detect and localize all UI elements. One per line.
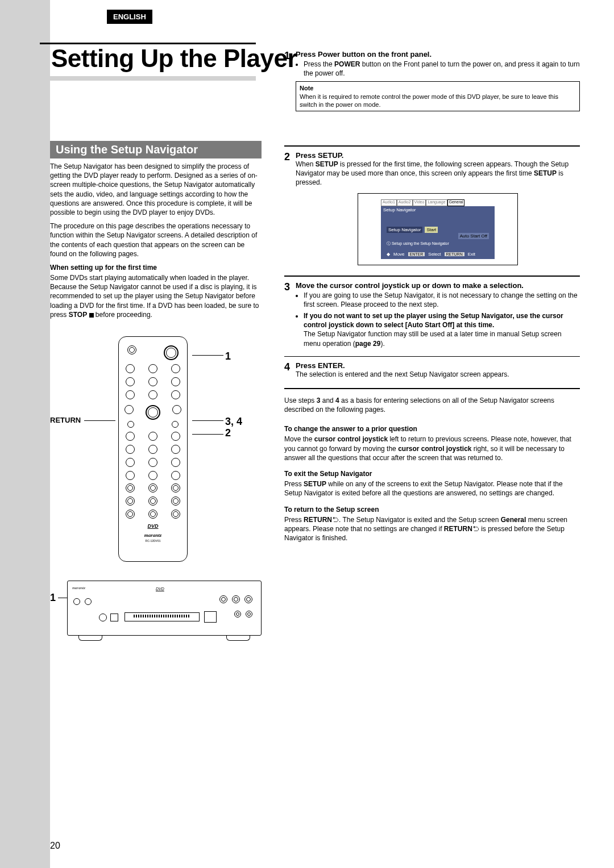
unit-foot-icon <box>226 636 250 641</box>
step-4-title: Press ENTER. <box>296 361 580 370</box>
setup-word: SETUP <box>534 169 557 177</box>
model-number: RC-12DV01 <box>119 539 187 542</box>
first-time-body: Some DVDs start playing automatically wh… <box>50 273 262 319</box>
osd-tabs: Audio1 Audio2 Video Language General <box>381 199 495 206</box>
unit-button-icon <box>232 595 240 603</box>
unit-button-icon <box>234 611 241 617</box>
remote-button-icon <box>148 377 157 386</box>
unit-button-icon <box>110 614 118 621</box>
remote-button-icon <box>126 496 135 506</box>
remote-button-icon <box>126 445 135 454</box>
remote-button-icon <box>126 510 135 519</box>
divider <box>284 145 580 147</box>
player-unit-icon: marantz DVD <box>67 581 262 636</box>
step-3-bullet-1: If you are going to use the Setup Naviga… <box>304 291 580 309</box>
return-button-icon <box>127 421 134 428</box>
joystick-word: cursor control joystick <box>398 445 471 453</box>
power-button-icon <box>164 345 179 360</box>
text: Move the <box>284 435 314 443</box>
unit-display-icon <box>204 611 217 623</box>
step-ref: 4 <box>335 397 339 404</box>
return-word: RETURN <box>444 525 472 533</box>
exit-body: Press SETUP while on any of the screens … <box>284 479 580 498</box>
step-1-number: 1 <box>284 50 290 117</box>
return-word: RETURN <box>304 516 332 524</box>
step-1: 1 Press Power button on the front panel.… <box>284 50 580 117</box>
step-4: 4 Press ENTER. The selection is entered … <box>284 361 580 383</box>
remote-button-icon <box>126 458 135 467</box>
osd-exit-label: Exit <box>468 252 475 257</box>
remote-button-icon <box>148 510 157 519</box>
callout-1-unit: 1 <box>50 592 56 604</box>
text: When <box>296 160 316 168</box>
steps-top: 1 Press Power button on the front panel.… <box>284 50 580 119</box>
step-2: 2 Press SETUP. When SETUP is pressed for… <box>284 151 580 271</box>
setup-word: SETUP <box>304 480 326 488</box>
osd-select-label: Select <box>428 252 441 257</box>
step-3-title: Move the cursor control joystick up or d… <box>296 281 580 290</box>
top-menu-button-icon <box>125 405 134 414</box>
osd-row-value-auto-off: Auto Start Off <box>458 233 489 239</box>
page-ref: page 29 <box>355 340 381 348</box>
remote-body: DVD marantz RC-12DV01 <box>118 336 188 562</box>
unit-tray-icon <box>125 612 200 621</box>
osd-inner: Audio1 Audio2 Video Language General Set… <box>381 199 495 259</box>
general-word: General <box>501 516 526 524</box>
unit-button-icon <box>85 598 92 605</box>
text: while on any of the screens to exit the … <box>284 480 563 497</box>
remote-button-icon <box>171 432 180 441</box>
unit-brand-label: marantz <box>72 586 85 590</box>
title-rule-thick <box>40 76 256 81</box>
step-4-number: 4 <box>284 361 290 383</box>
remote-button-icon <box>171 364 180 373</box>
remote-button-icon <box>148 496 157 506</box>
text: . The Setup Navigator is exited and the … <box>339 516 501 524</box>
remote-button-icon <box>171 458 180 467</box>
osd-option-row: Setup Navigator Start Auto Start Off ⓘ S… <box>387 227 489 247</box>
stop-icon <box>89 313 94 318</box>
note-body: When it is required to remote control th… <box>300 93 576 109</box>
menu-button-icon <box>172 405 181 414</box>
osd-enter-pill: ENTER <box>408 252 425 256</box>
on-screen-display: Audio1 Audio2 Video Language General Set… <box>358 193 518 265</box>
callout-34-line <box>192 420 223 421</box>
step-2-number: 2 <box>284 151 290 271</box>
step-1-bullet: Press the POWER button on the Front pane… <box>304 60 580 78</box>
return-glyph-icon: ⮌ <box>332 516 339 524</box>
page-number: 20 <box>50 841 60 851</box>
title-block: Setting Up the Player <box>40 43 297 81</box>
text: ). <box>380 340 384 348</box>
step-2-title: Press SETUP. <box>296 151 580 160</box>
remote-button-icon <box>126 483 135 493</box>
unit-dvd-logo: DVD <box>156 587 164 591</box>
text: Press the <box>304 60 334 68</box>
remote-button-icon <box>171 445 180 454</box>
text: The Setup Navigator function may still b… <box>304 330 562 347</box>
osd-row-value-start: Start <box>425 227 438 233</box>
text: Press <box>284 480 304 488</box>
osd-tab: Language <box>426 199 447 206</box>
front-panel-diagram: 1 marantz DVD <box>50 581 262 654</box>
first-time-heading: When setting up for the first time <box>50 263 262 272</box>
power-word: POWER <box>334 60 360 68</box>
unit-power-button-icon <box>73 598 80 605</box>
unit-foot-icon <box>78 636 102 641</box>
joystick-word: cursor control joystick <box>314 435 388 443</box>
left-column: Using the Setup Navigator The Setup Navi… <box>50 141 262 654</box>
intro-p2: The procedure on this page describes the… <box>50 222 262 258</box>
unit-button-icon <box>244 595 252 603</box>
columns: Using the Setup Navigator The Setup Navi… <box>50 141 580 654</box>
bold-text: If you do not want to set up the player … <box>304 312 563 329</box>
remote-button-icon <box>171 390 180 399</box>
language-tab: ENGLISH <box>107 10 152 24</box>
page: ENGLISH Setting Up the Player 1 Press Po… <box>0 0 614 868</box>
return-glyph-icon: ⮌ <box>472 525 479 533</box>
remote-button-icon <box>126 390 135 399</box>
remote-button-icon <box>171 471 180 480</box>
osd-move-label: Move <box>393 252 405 257</box>
move-icon: ◆ <box>387 252 390 257</box>
remote-button-icon <box>148 364 157 373</box>
osd-tab: Audio1 <box>381 199 397 206</box>
note-label: Note <box>300 84 576 92</box>
osd-row-label: Setup Navigator <box>387 227 422 233</box>
